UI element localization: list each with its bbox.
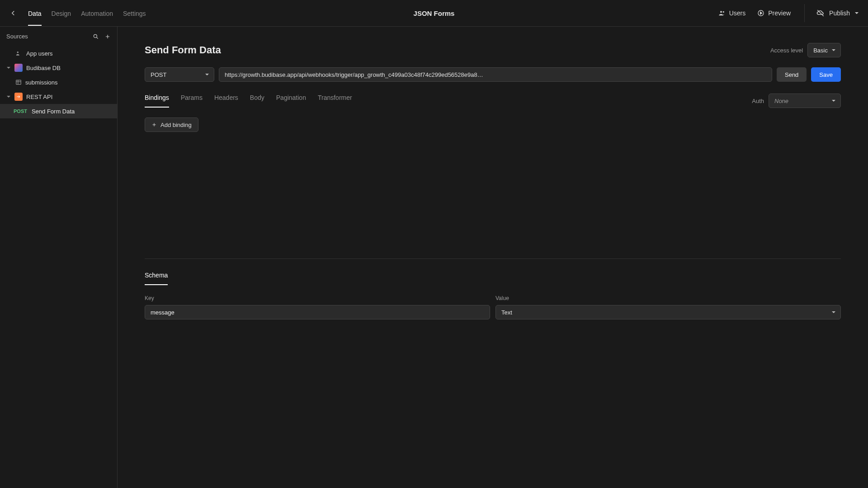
top-tabs: Data Design Automation Settings	[28, 1, 146, 25]
chevron-down-icon	[831, 48, 836, 52]
auth-value: None	[774, 98, 788, 104]
page-title: Send Form Data	[145, 44, 221, 56]
method-select[interactable]: POST	[145, 67, 214, 82]
sidebar-title: Sources	[6, 33, 28, 40]
chevron-down-icon	[831, 310, 836, 314]
auth-select[interactable]: None	[769, 94, 841, 108]
request-subtabs: Bindings Params Headers Body Pagination …	[145, 94, 352, 108]
search-icon[interactable]	[93, 33, 99, 40]
schema-value-type-select[interactable]: Text	[495, 305, 841, 319]
chevron-down-icon	[854, 11, 859, 15]
tab-design[interactable]: Design	[52, 1, 71, 25]
topbar-right: Users Preview Publish	[718, 4, 859, 22]
access-level-select[interactable]: Basic	[807, 43, 841, 57]
svg-point-3	[94, 34, 97, 38]
access-level-value: Basic	[813, 47, 828, 54]
sidebar-header: Sources	[0, 33, 117, 46]
preview-button[interactable]: Preview	[757, 9, 791, 17]
back-icon[interactable]	[9, 9, 17, 17]
access-level-label: Access level	[770, 47, 803, 54]
divider	[145, 258, 841, 259]
subtab-params[interactable]: Params	[181, 94, 203, 108]
subtab-pagination[interactable]: Pagination	[276, 94, 306, 108]
subtab-headers[interactable]: Headers	[214, 94, 238, 108]
source-label: REST API	[26, 94, 52, 100]
query-send-form-data[interactable]: POST Send Form Data	[0, 104, 117, 118]
add-source-icon[interactable]	[104, 33, 111, 40]
svg-point-0	[720, 11, 722, 13]
users-button[interactable]: Users	[718, 9, 746, 17]
svg-point-4	[17, 52, 19, 53]
table-icon	[15, 79, 22, 85]
chevron-down-icon[interactable]	[6, 94, 11, 99]
send-button[interactable]: Send	[777, 67, 807, 82]
tab-data[interactable]: Data	[28, 1, 42, 25]
save-button[interactable]: Save	[811, 67, 841, 82]
query-label: Send Form Data	[32, 108, 75, 115]
preview-label: Preview	[768, 9, 791, 17]
source-label: Budibase DB	[26, 65, 61, 71]
schema-value-type: Text	[501, 309, 512, 316]
users-icon	[718, 9, 726, 17]
publish-label: Publish	[829, 9, 850, 17]
url-value: https://growth.budibase.app/api/webhooks…	[225, 71, 483, 78]
svg-rect-5	[16, 80, 21, 84]
chevron-down-icon	[831, 99, 836, 103]
auth-label: Auth	[752, 98, 764, 104]
users-source-icon	[14, 49, 23, 57]
source-app-users[interactable]: App users	[0, 46, 117, 61]
subtab-body[interactable]: Body	[250, 94, 264, 108]
rest-api-icon	[14, 93, 23, 101]
schema-key-input[interactable]	[145, 305, 490, 319]
plus-icon	[151, 122, 157, 127]
play-icon	[757, 9, 764, 17]
chevron-down-icon	[205, 72, 209, 77]
tab-automation[interactable]: Automation	[81, 1, 113, 25]
topbar: Data Design Automation Settings JSON For…	[0, 0, 868, 27]
source-label: App users	[26, 50, 53, 57]
table-submissions[interactable]: submissions	[0, 75, 117, 89]
svg-point-1	[722, 11, 724, 13]
response-subtabs: Schema	[145, 272, 841, 285]
add-binding-label: Add binding	[160, 122, 192, 128]
budibase-db-icon	[14, 64, 23, 72]
sidebar-actions	[93, 33, 111, 40]
schema-value-label: Value	[495, 295, 841, 301]
topbar-left: Data Design Automation Settings	[9, 1, 146, 25]
tab-settings[interactable]: Settings	[123, 1, 146, 25]
subtab-schema[interactable]: Schema	[145, 272, 168, 285]
url-input[interactable]: https://growth.budibase.app/api/webhooks…	[219, 67, 772, 82]
divider	[804, 4, 805, 22]
subtab-transformer[interactable]: Transformer	[318, 94, 352, 108]
method-badge: POST	[14, 108, 27, 114]
add-binding-button[interactable]: Add binding	[145, 117, 198, 132]
cloud-off-icon	[816, 9, 825, 17]
table-label: submissions	[25, 79, 58, 86]
chevron-down-icon[interactable]	[6, 66, 11, 70]
subtab-bindings[interactable]: Bindings	[145, 94, 169, 108]
content: Send Form Data Access level Basic POST h…	[118, 27, 868, 488]
source-rest-api[interactable]: REST API	[0, 89, 117, 104]
app-title: JSON Forms	[414, 9, 455, 17]
users-label: Users	[729, 9, 746, 17]
source-budibase-db[interactable]: Budibase DB	[0, 61, 117, 75]
method-value: POST	[151, 71, 166, 78]
publish-button[interactable]: Publish	[816, 9, 859, 17]
schema-key-label: Key	[145, 295, 490, 301]
sidebar: Sources App users Budibase DB	[0, 27, 118, 488]
